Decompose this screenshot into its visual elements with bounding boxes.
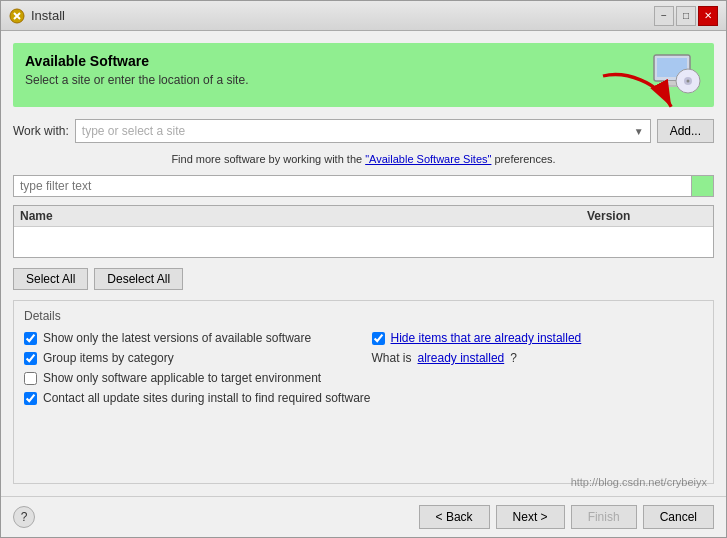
checkbox-hide-installed-label: Hide items that are already installed — [391, 331, 582, 345]
footer-buttons: < Back Next > Finish Cancel — [419, 505, 714, 529]
checkbox-applicable-env[interactable]: Show only software applicable to target … — [24, 371, 703, 385]
checkbox-latest-versions-input[interactable] — [24, 332, 37, 345]
window-title: Install — [31, 8, 65, 23]
table-header: Name Version — [14, 206, 713, 227]
find-more-text: Find more software by working with the "… — [13, 153, 714, 165]
table-body — [14, 227, 713, 257]
filter-input[interactable] — [13, 175, 692, 197]
header-icon — [650, 53, 702, 97]
header-section: Available Software Select a site or ente… — [13, 43, 714, 107]
filter-row — [13, 175, 714, 197]
checkbox-latest-versions-label: Show only the latest versions of availab… — [43, 331, 311, 345]
what-is-installed: What is already installed? — [372, 351, 704, 365]
available-software-sites-link[interactable]: "Available Software Sites" — [365, 153, 491, 165]
cancel-button[interactable]: Cancel — [643, 505, 714, 529]
footer-left: ? — [13, 506, 35, 528]
checkbox-applicable-env-label: Show only software applicable to target … — [43, 371, 321, 385]
window-controls: − □ ✕ — [654, 6, 718, 26]
checkbox-group-by-category-label: Group items by category — [43, 351, 174, 365]
titlebar: Install − □ ✕ — [1, 1, 726, 31]
what-is-suffix: ? — [510, 351, 517, 365]
footer: ? < Back Next > Finish Cancel — [1, 496, 726, 537]
checkbox-group-by-category[interactable]: Group items by category — [24, 351, 356, 365]
checkbox-hide-installed-input[interactable] — [372, 332, 385, 345]
find-more-suffix: preferences. — [491, 153, 555, 165]
already-installed-link[interactable]: already installed — [418, 351, 505, 365]
finish-button[interactable]: Finish — [571, 505, 637, 529]
filter-clear-button[interactable] — [692, 175, 714, 197]
find-more-prefix: Find more software by working with the — [171, 153, 365, 165]
maximize-button[interactable]: □ — [676, 6, 696, 26]
main-content: Available Software Select a site or ente… — [1, 31, 726, 496]
next-button[interactable]: Next > — [496, 505, 565, 529]
select-all-button[interactable]: Select All — [13, 268, 88, 290]
checkbox-applicable-env-input[interactable] — [24, 372, 37, 385]
svg-rect-8 — [697, 180, 709, 192]
back-button[interactable]: < Back — [419, 505, 490, 529]
checkbox-contact-update-sites[interactable]: Contact all update sites during install … — [24, 391, 703, 405]
checkbox-contact-update-sites-label: Contact all update sites during install … — [43, 391, 371, 405]
work-with-combo[interactable]: type or select a site ▼ — [75, 119, 651, 143]
header-text: Available Software Select a site or ente… — [25, 53, 248, 87]
deselect-all-button[interactable]: Deselect All — [94, 268, 183, 290]
app-icon — [9, 8, 25, 24]
minimize-button[interactable]: − — [654, 6, 674, 26]
checkbox-latest-versions[interactable]: Show only the latest versions of availab… — [24, 331, 356, 345]
what-is-prefix: What is — [372, 351, 412, 365]
close-button[interactable]: ✕ — [698, 6, 718, 26]
details-grid: Show only the latest versions of availab… — [24, 331, 703, 405]
col-version-header: Version — [587, 209, 707, 223]
section-subtitle: Select a site or enter the location of a… — [25, 73, 248, 87]
section-title: Available Software — [25, 53, 248, 69]
help-button[interactable]: ? — [13, 506, 35, 528]
combo-arrow-icon: ▼ — [634, 126, 644, 137]
combo-placeholder: type or select a site — [82, 124, 185, 138]
work-with-row: Work with: type or select a site ▼ Add..… — [13, 119, 714, 143]
svg-point-7 — [687, 80, 690, 83]
col-name-header: Name — [20, 209, 587, 223]
selection-buttons: Select All Deselect All — [13, 268, 714, 290]
checkbox-hide-installed[interactable]: Hide items that are already installed — [372, 331, 704, 345]
checkbox-group-by-category-input[interactable] — [24, 352, 37, 365]
work-with-label: Work with: — [13, 124, 69, 138]
software-table: Name Version — [13, 205, 714, 258]
details-title: Details — [24, 309, 703, 323]
checkbox-contact-update-sites-input[interactable] — [24, 392, 37, 405]
add-button[interactable]: Add... — [657, 119, 714, 143]
clear-icon — [697, 180, 709, 192]
details-section: Details Show only the latest versions of… — [13, 300, 714, 484]
